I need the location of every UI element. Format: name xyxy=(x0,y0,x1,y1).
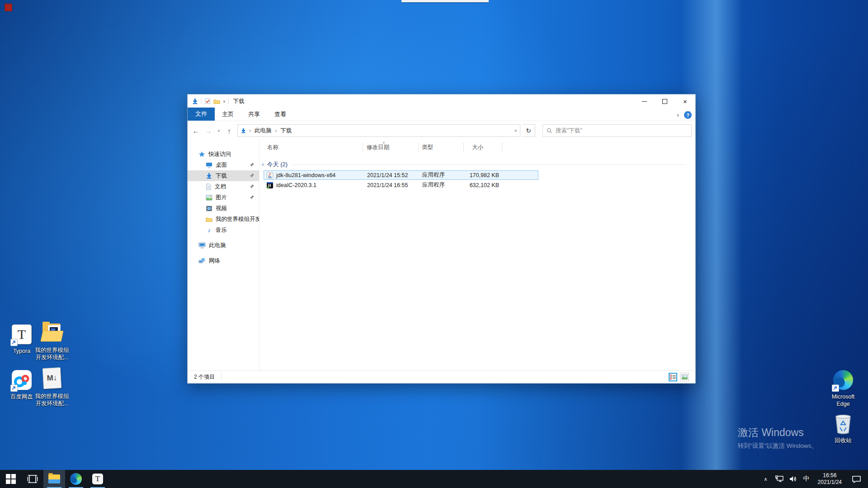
activation-watermark: 激活 Windows 转到"设置"以激活 Windows。 xyxy=(738,426,817,450)
properties-quick-icon[interactable] xyxy=(204,98,211,104)
maximize-button[interactable] xyxy=(655,94,675,108)
sidebar-item-minecraft-folder[interactable]: 我的世界模组开发环境 xyxy=(188,214,259,225)
column-header-date[interactable]: 修改日期 xyxy=(367,144,389,151)
sidebar-item-documents[interactable]: 文档 xyxy=(188,181,259,192)
taskbar-edge[interactable] xyxy=(65,470,87,488)
minecraft-folder-icon xyxy=(42,324,62,342)
large-icons-view-button[interactable] xyxy=(680,373,689,381)
address-dropdown-chevron-icon[interactable]: ∨ xyxy=(514,128,517,133)
sidebar-label: 图片 xyxy=(216,194,227,202)
column-divider[interactable] xyxy=(418,142,419,153)
sidebar-item-quick-access[interactable]: 快速访问 xyxy=(188,149,259,160)
volume-icon[interactable] xyxy=(787,470,799,488)
ime-indicator[interactable]: 中 xyxy=(801,470,812,488)
sidebar-item-pictures[interactable]: 图片 xyxy=(188,192,259,203)
tab-file[interactable]: 文件 xyxy=(188,108,215,121)
forward-button[interactable]: → xyxy=(203,125,214,136)
group-collapse-chevron-icon[interactable]: ∨ xyxy=(261,162,264,167)
expand-ribbon-chevron-icon[interactable]: ∨ xyxy=(676,113,679,117)
sidebar-item-downloads[interactable]: 下载 xyxy=(188,170,259,181)
address-bar[interactable]: › 此电脑 › 下载 ∨ xyxy=(237,124,520,137)
edge-icon xyxy=(70,473,82,485)
network-icon[interactable] xyxy=(774,470,785,488)
search-placeholder: 搜索"下载" xyxy=(556,127,582,135)
file-list-pane: 名称 ∨ 修改日期 类型 大小 ∨ 今天 (2) j xyxy=(259,140,695,371)
tab-share[interactable]: 共享 xyxy=(241,108,267,121)
watermark-subtitle: 转到"设置"以激活 Windows。 xyxy=(738,442,817,450)
action-center-icon xyxy=(852,475,861,483)
file-row-ideaic[interactable]: ideaIC-2020.3.1 2021/1/24 16:55 应用程序 632… xyxy=(264,180,538,190)
sidebar-item-this-pc[interactable]: 此电脑 xyxy=(188,240,259,251)
taskbar-clock[interactable]: 16:56 2021/1/24 xyxy=(814,472,845,486)
desktop-icon-minecraft-folder[interactable]: 我的世界模组 开发环境配... xyxy=(30,322,74,361)
action-center-button[interactable] xyxy=(847,470,865,488)
group-header-today[interactable]: ∨ 今天 (2) xyxy=(261,160,686,169)
videos-icon xyxy=(206,206,212,211)
tab-view[interactable]: 查看 xyxy=(267,108,293,121)
file-date: 2021/1/24 16:55 xyxy=(367,182,408,188)
top-hidden-panel xyxy=(401,0,489,2)
column-header-type[interactable]: 类型 xyxy=(422,144,433,151)
sidebar-label: 网络 xyxy=(209,257,220,265)
task-view-button[interactable] xyxy=(22,470,43,488)
breadcrumb-separator: › xyxy=(275,127,277,134)
breadcrumb-downloads[interactable]: 下载 xyxy=(280,127,293,135)
sidebar-item-desktop[interactable]: 桌面 xyxy=(188,160,259,170)
refresh-button[interactable]: ↻ xyxy=(522,124,535,137)
column-divider[interactable] xyxy=(463,142,464,153)
sidebar-label: 我的世界模组开发环境 xyxy=(216,216,259,223)
desktop-icon-label: 开发环境配... xyxy=(30,354,74,361)
file-row-jdk[interactable]: jdk-8u281-windows-x64 2021/1/24 15:52 应用… xyxy=(264,170,538,180)
file-explorer-icon xyxy=(48,474,60,483)
breadcrumb-separator: › xyxy=(249,127,251,134)
windows-logo-icon xyxy=(6,474,16,484)
shortcut-arrow-icon xyxy=(832,385,839,392)
help-button[interactable]: ? xyxy=(684,111,692,119)
search-input[interactable]: 搜索"下载" xyxy=(542,124,692,137)
sidebar-item-videos[interactable]: 视频 xyxy=(188,203,259,214)
column-header-name[interactable]: 名称 xyxy=(267,144,278,151)
sidebar-item-network[interactable]: 网络 xyxy=(188,255,259,266)
maximize-icon xyxy=(662,99,667,104)
group-divider xyxy=(293,164,686,165)
back-button[interactable]: ← xyxy=(190,125,201,136)
status-bar: 2 个项目 xyxy=(188,371,695,383)
desktop-icon-minecraft-markdown[interactable]: M↓ 我的世界模组 开发环境配... xyxy=(30,368,74,407)
hidden-icons-chevron-icon[interactable]: ∧ xyxy=(760,470,772,488)
tab-home[interactable]: 主页 xyxy=(215,108,241,121)
sidebar-label: 此电脑 xyxy=(209,242,226,249)
desktop-icon-label: 回收站 xyxy=(821,437,865,444)
downloads-crumb-icon xyxy=(241,128,246,134)
start-button[interactable] xyxy=(0,470,22,488)
column-divider[interactable] xyxy=(502,142,502,153)
customize-toolbar-chevron-icon[interactable]: ∨ xyxy=(223,99,226,103)
navigation-pane: 快速访问 桌面 下载 文档 xyxy=(188,140,259,371)
java-installer-icon xyxy=(266,172,274,179)
title-bar[interactable]: ∨ 下载 × xyxy=(188,94,695,108)
sidebar-label: 文档 xyxy=(215,183,226,191)
desktop-icon-edge[interactable]: Microsoft Edge xyxy=(821,370,865,408)
breadcrumb-this-pc[interactable]: 此电脑 xyxy=(254,127,273,135)
window-title: 下载 xyxy=(233,98,245,105)
close-icon: × xyxy=(683,98,687,105)
quick-access-star-icon xyxy=(198,151,205,158)
close-button[interactable]: × xyxy=(675,94,695,108)
taskbar-file-explorer[interactable] xyxy=(43,470,65,488)
desktop-wallpaper: T Typora 我的世界模组 开发环境配... 百度网盘 xyxy=(0,0,868,470)
ribbon-tabs: 文件 主页 共享 查看 ∨ ? xyxy=(188,108,695,121)
system-tray: ∧ 中 16:56 2021/1/24 xyxy=(760,470,868,488)
taskbar-typora[interactable]: T xyxy=(87,470,108,488)
new-folder-quick-icon[interactable] xyxy=(213,99,220,104)
recent-locations-chevron-icon[interactable]: ∨ xyxy=(216,125,222,136)
pictures-icon xyxy=(206,195,212,201)
sidebar-item-music[interactable]: ♪ 音乐 xyxy=(188,225,259,235)
up-button[interactable]: ↑ xyxy=(224,125,235,136)
column-header-size[interactable]: 大小 xyxy=(472,144,483,151)
minimize-button[interactable] xyxy=(634,94,655,108)
taskbar: T ∧ 中 16:56 2021/1/24 xyxy=(0,470,868,488)
desktop-icon-recycle-bin[interactable]: 回收站 xyxy=(821,414,865,444)
typora-icon: T xyxy=(92,474,103,484)
details-view-button[interactable] xyxy=(669,373,677,381)
column-divider[interactable] xyxy=(363,142,363,153)
pin-icon xyxy=(250,162,255,167)
